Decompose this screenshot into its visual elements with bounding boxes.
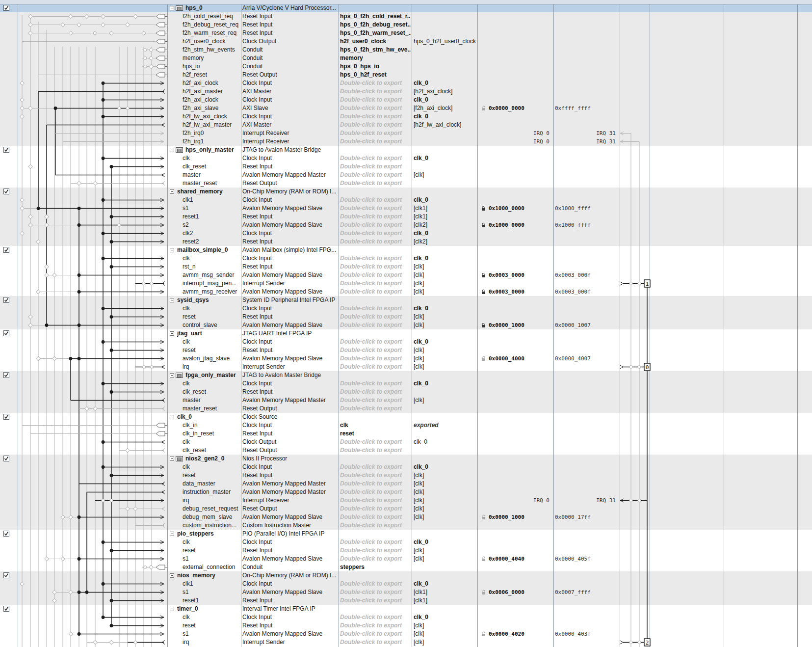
collapse-expander-icon[interactable] (170, 573, 174, 578)
table-row-port[interactable]: f2h_warm_reset_reqReset Inputhps_0_f2h_w… (0, 29, 812, 37)
table-row-port[interactable]: master_resetReset OutputDouble-click to … (0, 179, 812, 188)
column-separator[interactable] (553, 0, 554, 647)
collapse-expander-icon[interactable] (170, 607, 174, 611)
table-row-port[interactable]: clkClock OutputDouble-click to exportclk… (0, 438, 812, 446)
lock-open-icon[interactable] (481, 106, 486, 111)
table-row-component[interactable]: hps_only_masterJTAG to Avalon Master Bri… (0, 146, 812, 154)
table-row-port[interactable]: instruction_masterAvalon Memory Mapped M… (0, 488, 812, 496)
table-row-port[interactable]: hps_ioConduithps_0_hps_io (0, 62, 812, 71)
table-row-port[interactable]: debug_mem_slaveAvalon Memory Mapped Slav… (0, 513, 812, 521)
collapse-expander-icon[interactable] (170, 373, 174, 377)
column-separator[interactable] (412, 0, 412, 647)
table-row-port[interactable]: s1Avalon Memory Mapped SlaveDouble-click… (0, 588, 812, 596)
use-checkbox[interactable] (3, 456, 9, 461)
table-row-port[interactable]: clk1Clock InputDouble-click to exportclk… (0, 580, 812, 588)
table-row-port[interactable]: resetReset InputDouble-click to export[c… (0, 346, 812, 354)
table-row-port[interactable]: s1Avalon Memory Mapped SlaveDouble-click… (0, 204, 812, 213)
table-row-port[interactable]: avmm_msg_senderAvalon Memory Mapped Slav… (0, 271, 812, 279)
table-row-port[interactable]: h2f_resetReset Outputhps_0_h2f_reset (0, 71, 812, 79)
table-row-port[interactable]: clkClock InputDouble-click to exportclk_… (0, 254, 812, 263)
table-row-port[interactable]: s2Avalon Memory Mapped SlaveDouble-click… (0, 221, 812, 229)
column-separator[interactable] (18, 0, 18, 647)
lock-open-icon[interactable] (481, 356, 486, 361)
table-row-component[interactable]: clk_0Clock Source (0, 413, 812, 421)
table-row-port[interactable]: custom_instruction...Custom Instruction … (0, 521, 812, 530)
table-row-port[interactable]: irqInterrupt ReceiverDouble-click to exp… (0, 496, 812, 505)
table-row-port[interactable]: s1Avalon Memory Mapped SlaveDouble-click… (0, 630, 812, 638)
use-checkbox[interactable] (3, 531, 9, 537)
table-row-port[interactable]: f2h_axi_slaveAXI SlaveDouble-click to ex… (0, 104, 812, 112)
table-row-port[interactable]: masterAvalon Memory Mapped MasterDouble-… (0, 171, 812, 179)
column-separator[interactable] (724, 0, 724, 647)
use-checkbox[interactable] (3, 247, 9, 253)
table-row-port[interactable]: clkClock InputDouble-click to exportclk_… (0, 538, 812, 546)
table-row-port[interactable]: f2h_stm_hw_eventsConduithps_0_f2h_stm_hw… (0, 46, 812, 54)
table-row-port[interactable]: resetReset InputDouble-click to export[c… (0, 313, 812, 321)
lock-closed-icon[interactable] (481, 272, 486, 278)
use-checkbox[interactable] (3, 414, 9, 420)
table-row-port[interactable]: h2f_lw_axi_clockClock InputDouble-click … (0, 112, 812, 121)
table-row-port[interactable]: f2h_irq1Interrupt ReceiverDouble-click t… (0, 137, 812, 146)
table-row-port[interactable]: reset2Reset InputDouble-click to export[… (0, 238, 812, 246)
use-checkbox[interactable] (3, 147, 9, 153)
lock-closed-icon[interactable] (481, 206, 486, 211)
collapse-expander-icon[interactable] (170, 415, 174, 419)
collapse-expander-icon[interactable] (170, 457, 174, 461)
table-row-port[interactable]: interrupt_msg_pen...Interrupt SenderDoub… (0, 279, 812, 288)
table-row-port[interactable]: clkClock InputDouble-click to exportclk_… (0, 154, 812, 162)
table-row-port[interactable]: data_masterAvalon Memory Mapped MasterDo… (0, 480, 812, 488)
table-row-port[interactable]: clkClock InputDouble-click to exportclk_… (0, 379, 812, 388)
table-row-port[interactable]: f2h_axi_clockClock InputDouble-click to … (0, 96, 812, 104)
use-checkbox[interactable] (3, 572, 9, 578)
table-row-port[interactable]: clk_resetReset InputDouble-click to expo… (0, 162, 812, 171)
table-row-component[interactable]: shared_memoryOn-Chip Memory (RAM or ROM)… (0, 188, 812, 196)
table-row-component[interactable]: sysid_qsysSystem ID Peripheral Intel FPG… (0, 296, 812, 304)
use-checkbox[interactable] (3, 5, 9, 11)
table-row-port[interactable]: irqInterrupt SenderDouble-click to expor… (0, 363, 812, 371)
table-row-port[interactable]: clk_inClock Inputclkexported (0, 421, 812, 430)
table-row-port[interactable]: f2h_cold_reset_reqReset Inputhps_0_f2h_c… (0, 12, 812, 21)
table-row-port[interactable]: h2f_axi_clockClock InputDouble-click to … (0, 79, 812, 87)
table-row-port[interactable]: h2f_user0_clockClock Outputh2f_user0_clo… (0, 37, 812, 46)
table-row-port[interactable]: clkClock InputDouble-click to exportclk_… (0, 463, 812, 471)
table-row-component[interactable]: jtag_uartJTAG UART Intel FPGA IP (0, 329, 812, 338)
column-separator[interactable] (241, 0, 241, 647)
collapse-expander-icon[interactable] (170, 248, 174, 252)
lock-closed-icon[interactable] (481, 222, 486, 228)
collapse-expander-icon[interactable] (170, 148, 174, 152)
collapse-expander-icon[interactable] (170, 189, 174, 194)
table-row-port[interactable]: clkClock InputDouble-click to exportclk_… (0, 613, 812, 621)
table-row-port[interactable]: f2h_irq0Interrupt ReceiverDouble-click t… (0, 129, 812, 137)
table-row-port[interactable]: reset1Reset InputDouble-click to export[… (0, 596, 812, 605)
table-row-port[interactable]: avmm_msg_receiverAvalon Memory Mapped Sl… (0, 288, 812, 296)
column-separator[interactable] (797, 0, 798, 647)
use-checkbox[interactable] (3, 372, 9, 378)
table-row-port[interactable]: clk_resetReset InputDouble-click to expo… (0, 388, 812, 396)
table-row-port[interactable]: irqInterrupt SenderDouble-click to expor… (0, 638, 812, 647)
use-checkbox[interactable] (3, 189, 9, 194)
table-row-port[interactable]: debug_reset_requestReset OutputDouble-cl… (0, 505, 812, 513)
table-row-port[interactable]: memoryConduitmemory (0, 54, 812, 62)
table-row-port[interactable]: master_resetReset OutputDouble-click to … (0, 404, 812, 413)
table-row-port[interactable]: resetReset InputDouble-click to export[c… (0, 546, 812, 555)
table-row-component[interactable]: hps_0Arria V/Cyclone V Hard Processor... (0, 4, 812, 12)
table-row-component[interactable]: fpga_only_masterJTAG to Avalon Master Br… (0, 371, 812, 379)
collapse-expander-icon[interactable] (170, 532, 174, 536)
table-row-port[interactable]: rst_nReset InputDouble-click to export[c… (0, 263, 812, 271)
table-row-port[interactable]: s1Avalon Memory Mapped SlaveDouble-click… (0, 555, 812, 563)
table-row-component[interactable]: nios_memoryOn-Chip Memory (RAM or ROM) I… (0, 571, 812, 580)
table-row-component[interactable]: timer_0Interval Timer Intel FPGA IP (0, 605, 812, 613)
table-row-port[interactable]: reset1Reset InputDouble-click to export[… (0, 213, 812, 221)
table-row-port[interactable]: external_connectionConduitsteppers (0, 563, 812, 571)
column-separator[interactable] (339, 0, 339, 647)
column-separator[interactable] (620, 0, 620, 647)
table-row-port[interactable]: clkClock InputDouble-click to exportclk_… (0, 304, 812, 313)
table-row-port[interactable]: h2f_lw_axi_masterAXI MasterDouble-click … (0, 121, 812, 129)
table-row-port[interactable]: f2h_debug_reset_reqReset Inputhps_0_f2h_… (0, 21, 812, 29)
table-row-port[interactable]: avalon_jtag_slaveAvalon Memory Mapped Sl… (0, 354, 812, 363)
lock-open-icon[interactable] (481, 514, 486, 520)
lock-closed-icon[interactable] (481, 289, 486, 295)
table-row-component[interactable]: pio_steppersPIO (Parallel I/O) Intel FPG… (0, 530, 812, 538)
table-row-port[interactable]: h2f_axi_masterAXI MasterDouble-click to … (0, 87, 812, 96)
table-row-port[interactable]: resetReset InputDouble-click to export[c… (0, 621, 812, 630)
